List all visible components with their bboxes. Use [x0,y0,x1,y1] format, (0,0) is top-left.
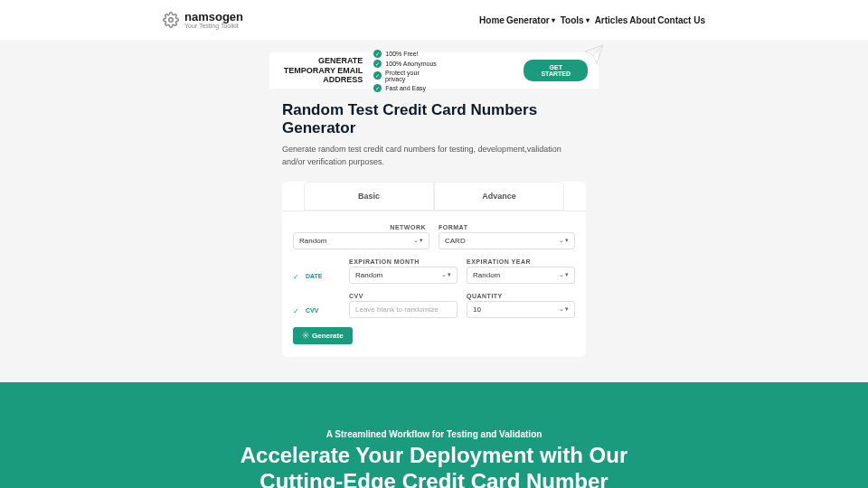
chevron-down-icon: ⌄ [413,237,419,244]
cvv-label: CVV [349,293,458,299]
exp-year-label: EXPIRATION YEAR [467,258,575,265]
paper-plane-icon [580,43,608,65]
network-label: NETWORK [293,224,429,230]
logo[interactable]: namsogen Your Testing Toolkit [163,11,243,29]
svg-point-1 [305,334,307,336]
nav-about[interactable]: About [629,15,656,25]
feature-item: ✓100% Free! [373,50,439,58]
check-icon: ✓ [373,71,382,80]
chevron-down-icon: ▾ [552,16,555,24]
nav-tools[interactable]: Tools▾ [561,15,590,25]
footer-subtitle: A Streamlined Workflow for Testing and V… [18,429,850,439]
check-icon: ✓ [373,60,382,68]
main-nav: Home Generator▾ Tools▾ Articles About Co… [479,15,705,25]
banner-features: ✓100% Free! ✓100% Anonymous ✓Protect you… [373,50,513,92]
header: namsogen Your Testing Toolkit Home Gener… [0,0,868,40]
nav-home[interactable]: Home [479,15,505,25]
quantity-select[interactable]: 10⌄▾ [467,301,575,318]
tabs: Basic Advance [282,182,586,211]
promo-banner: GENERATE TEMPORARY EMAIL ADDRESS ✓100% F… [269,52,599,89]
network-select[interactable]: Random⌄▾ [293,232,429,249]
generator-card: Basic Advance NETWORK Random⌄▾ FORMAT CA… [282,182,586,357]
chevron-down-icon: ⌄ [441,271,447,278]
logo-tagline: Your Testing Toolkit [184,23,243,29]
date-toggle[interactable]: ✓ DATE [293,273,340,284]
page-title: Random Test Credit Card Numbers Generato… [282,101,586,137]
check-icon: ✓ [373,50,382,58]
chevron-down-icon: ⌄ [559,305,564,313]
page-description: Generate random test credit card numbers… [282,143,586,169]
check-icon: ✓ [293,273,300,280]
exp-month-label: EXPIRATION MONTH [349,258,458,265]
feature-item: ✓Protect your privacy [373,70,439,82]
exp-month-select[interactable]: Random⌄▾ [349,267,458,284]
check-icon: ✓ [293,307,300,314]
check-icon: ✓ [373,84,382,92]
feature-item: ✓Fast and Easy [373,84,439,92]
format-label: FORMAT [439,224,575,230]
nav-generator[interactable]: Generator▾ [506,15,555,25]
format-select[interactable]: CARD⌄▾ [439,232,575,249]
dropdown-icon: ▾ [565,237,569,244]
dropdown-icon: ▾ [565,271,569,278]
nav-articles[interactable]: Articles [595,15,628,25]
tab-basic[interactable]: Basic [304,182,434,211]
tab-advance[interactable]: Advance [434,182,564,211]
exp-year-select[interactable]: Random⌄▾ [467,267,575,284]
chevron-down-icon: ⌄ [559,271,564,278]
dropdown-icon: ▾ [420,237,423,244]
banner-title: GENERATE TEMPORARY EMAIL ADDRESS [280,56,363,85]
chevron-down-icon: ⌄ [559,237,564,244]
footer-hero: A Streamlined Workflow for Testing and V… [0,382,868,488]
logo-name: namsogen [184,11,243,23]
get-started-button[interactable]: GET STARTED [524,60,588,81]
dropdown-icon: ▾ [448,271,451,278]
dropdown-icon: ▾ [565,305,569,313]
cvv-input[interactable] [349,301,458,318]
gear-icon [302,332,309,339]
chevron-down-icon: ▾ [586,16,590,24]
nav-contact[interactable]: Contact Us [657,15,705,25]
svg-point-0 [169,18,174,23]
footer-title: Accelerate Your Deployment with Our Cutt… [235,443,633,488]
feature-item: ✓100% Anonymous [373,60,439,68]
generate-button[interactable]: Generate [293,327,353,344]
quantity-label: QUANTITY [467,293,575,299]
cvv-toggle[interactable]: ✓ CVV [293,307,340,318]
gear-logo-icon [163,12,179,28]
